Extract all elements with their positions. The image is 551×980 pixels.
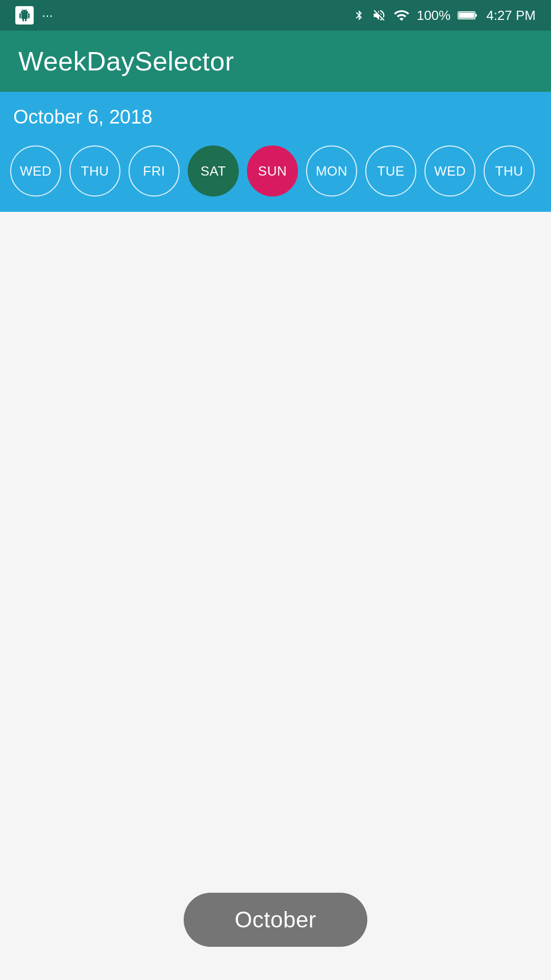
day-circle-tue-6[interactable]: TUE [365, 145, 416, 197]
app-title: WeekDaySelector [18, 46, 234, 77]
svg-rect-2 [475, 14, 477, 16]
app-bar: WeekDaySelector [0, 31, 551, 92]
status-bar: ··· 100% 4:27 PM [0, 0, 551, 31]
date-strip: October 6, 2018 WEDTHUFRISATSUNMONTUEWED… [0, 92, 551, 212]
day-circle-sat-3[interactable]: SAT [188, 145, 239, 197]
main-content: October [0, 212, 551, 980]
battery-icon [458, 7, 479, 23]
svg-rect-1 [459, 13, 474, 18]
day-circle-wed-7[interactable]: WED [424, 145, 475, 197]
dots-icon: ··· [42, 8, 53, 23]
day-circle-fri-2[interactable]: FRI [129, 145, 180, 197]
android-icon [15, 6, 34, 24]
status-bar-right: 100% 4:27 PM [354, 7, 536, 23]
battery-percent: 100% [417, 8, 451, 23]
day-circle-wed-0[interactable]: WED [10, 145, 61, 197]
bluetooth-icon [354, 7, 365, 23]
day-selector: WEDTHUFRISATSUNMONTUEWEDTHU [10, 140, 541, 202]
date-label: October 6, 2018 [10, 106, 541, 128]
day-circle-thu-1[interactable]: THU [69, 145, 120, 197]
day-circle-sun-4[interactable]: SUN [247, 145, 298, 197]
time-display: 4:27 PM [486, 8, 536, 23]
mute-icon [372, 7, 386, 23]
october-button[interactable]: October [184, 893, 367, 947]
wifi-icon [393, 7, 410, 23]
status-bar-left: ··· [15, 6, 53, 24]
day-circle-mon-5[interactable]: MON [306, 145, 357, 197]
day-circle-thu-8[interactable]: THU [484, 145, 535, 197]
